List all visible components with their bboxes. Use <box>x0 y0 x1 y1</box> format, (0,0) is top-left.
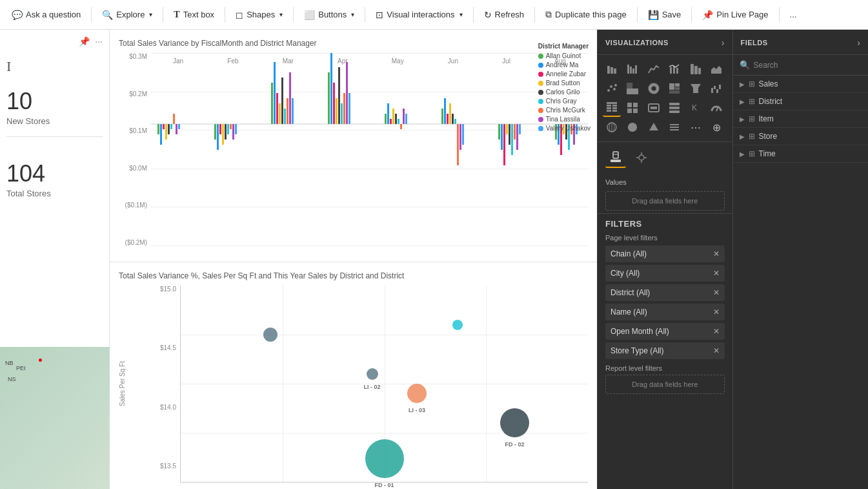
viz-icon-slicer[interactable] <box>665 118 683 136</box>
sales-chevron: ▶ <box>740 81 745 88</box>
toolbar-visual-interactions[interactable]: ⊡ Visual interactions <box>369 6 469 23</box>
viz-icon-treemap[interactable] <box>665 79 683 98</box>
right-panel: VISUALIZATIONS › <box>597 30 868 489</box>
filter-name-close[interactable]: ✕ <box>713 307 720 317</box>
bar-rect-0-4 <box>168 124 170 134</box>
filter-open-month[interactable]: Open Month (All) ✕ <box>605 323 725 340</box>
viz-icon-line[interactable] <box>645 60 663 78</box>
viz-panel-chevron[interactable]: › <box>722 37 725 48</box>
pin-small-icon[interactable]: 📌 <box>79 36 90 47</box>
toolbar-shapes[interactable]: ◻ Shapes <box>229 6 289 23</box>
filter-city[interactable]: City (All) ✕ <box>605 265 725 282</box>
svg-rect-33 <box>612 105 617 107</box>
legend-dot-3 <box>538 72 543 77</box>
bar-rect-3-1 <box>330 53 332 124</box>
ellipsis-icon[interactable]: ··· <box>95 36 103 47</box>
field-group-item-store[interactable]: ▶ ⊞ Store <box>733 128 869 145</box>
fields-panel-chevron[interactable]: › <box>857 37 860 48</box>
viz-icon-card[interactable] <box>645 99 663 117</box>
field-group-item-sales[interactable]: ▶ ⊞ Sales <box>733 76 869 92</box>
viz-icon-kpi[interactable]: K <box>687 99 705 117</box>
field-group-item-item[interactable]: ▶ ⊞ Item <box>733 110 869 127</box>
viz-icon-filled-map[interactable] <box>623 118 641 136</box>
filter-name[interactable]: Name (All) ✕ <box>605 304 725 320</box>
viz-icon-donut[interactable] <box>645 79 663 98</box>
toolbar-save[interactable]: 💾 Save <box>641 6 688 23</box>
bar-chart-inner: Jan Feb Mar Apr May Jun Jul Aug <box>151 53 588 262</box>
filter-city-close[interactable]: ✕ <box>713 269 720 278</box>
viz-icon-stacked-bar[interactable] <box>603 60 621 78</box>
text-icon: T <box>174 10 179 20</box>
bubble-chart-body: Sales Per Sq Ft $15.0 $14.5 $14.0 $13.5 <box>119 286 588 483</box>
fields-search-input[interactable] <box>754 61 862 70</box>
bubble-b6 <box>452 320 463 330</box>
viz-icon-shape-map[interactable] <box>645 118 663 136</box>
text-cursor: I <box>6 58 11 75</box>
viz-icon-ribbon[interactable] <box>687 60 705 78</box>
viz-icon-pie[interactable] <box>623 79 641 98</box>
viz-icon-matrix[interactable] <box>623 99 641 117</box>
filter-chain[interactable]: Chain (All) ✕ <box>605 245 725 262</box>
field-group-item-time[interactable]: ▶ ⊞ Time <box>733 145 869 162</box>
bar-rect-5-0 <box>441 109 443 124</box>
explore-icon: 🔍 <box>102 10 113 20</box>
viz-icon-funnel[interactable] <box>687 79 705 98</box>
filter-chain-close[interactable]: ✕ <box>713 249 720 258</box>
item-table-icon: ⊞ <box>749 114 755 123</box>
field-group-item-district[interactable]: ▶ ⊞ District <box>733 93 869 110</box>
svg-rect-3 <box>614 68 616 74</box>
filter-store-type-close[interactable]: ✕ <box>713 346 720 355</box>
toolbar-text-box[interactable]: T Text box <box>167 6 221 23</box>
bubble-label-LI-02: LI - 02 <box>364 384 381 390</box>
bar-rect-4-7 <box>403 109 405 124</box>
toolbar-more[interactable]: ... <box>783 6 803 23</box>
viz-drop-zone: Drag data fields here <box>605 191 725 211</box>
stats-panel: 📌 ··· I 10 New Stores 104 Total Stores N… <box>0 30 110 489</box>
svg-rect-37 <box>612 110 617 112</box>
bar-rect-2-4 <box>281 78 283 124</box>
bar-rect-0-3 <box>165 124 167 140</box>
bar-rect-4-6 <box>400 124 402 129</box>
svg-text:K: K <box>692 103 697 112</box>
toolbar-pin-live-page[interactable]: 📌 Pin Live Page <box>696 6 774 23</box>
bar-rect-1-4 <box>225 124 227 140</box>
stats-pin-area: 📌 ··· <box>6 36 103 47</box>
svg-point-17 <box>613 88 616 90</box>
filter-district-close[interactable]: ✕ <box>713 288 720 297</box>
viz-sub-section <box>598 141 732 173</box>
field-group-district: ▶ ⊞ District <box>733 93 869 110</box>
viz-format-icon[interactable] <box>605 147 626 168</box>
shapes-icon: ◻ <box>236 10 243 20</box>
legend-item-5: Carlos Grilo <box>538 88 590 96</box>
svg-rect-46 <box>669 110 680 113</box>
viz-icon-more-options[interactable]: ⊕ <box>707 118 725 136</box>
toolbar-buttons[interactable]: ⬜ Buttons <box>298 6 361 23</box>
viz-icon-area[interactable] <box>707 60 725 78</box>
viz-icon-gauge[interactable] <box>707 99 725 117</box>
filter-store-type[interactable]: Store Type (All) ✕ <box>605 342 725 359</box>
viz-icon-bar-line[interactable] <box>665 60 683 78</box>
svg-marker-26 <box>691 84 701 93</box>
bar-rect-4-3 <box>392 109 394 124</box>
viz-icon-scatter[interactable] <box>603 79 621 98</box>
toolbar-ask-question[interactable]: 💬 Ask a question <box>5 6 87 23</box>
filter-district[interactable]: District (All) ✕ <box>605 284 725 301</box>
map-dot-1 <box>39 359 42 362</box>
filter-open-month-close[interactable]: ✕ <box>713 327 720 336</box>
viz-icon-waterfall[interactable] <box>707 79 725 98</box>
toolbar-refresh[interactable]: ↻ Refresh <box>478 6 531 23</box>
viz-icon-more-visuals[interactable]: ⋯ <box>687 118 705 136</box>
fields-search: 🔍 <box>733 55 869 76</box>
viz-analytics-icon[interactable] <box>631 147 652 168</box>
toolbar-duplicate-page[interactable]: ⧉ Duplicate this page <box>539 6 633 23</box>
viz-icon-clustered-bar[interactable] <box>623 60 641 78</box>
toolbar-explore[interactable]: 🔍 Explore <box>96 6 159 23</box>
bar-rect-6-8 <box>519 124 521 134</box>
viz-icon-multi-row-card[interactable] <box>665 99 683 117</box>
map-label-nb: NB <box>5 360 14 366</box>
bar-rect-4-1 <box>387 103 389 124</box>
svg-rect-38 <box>627 103 632 107</box>
viz-icon-table[interactable] <box>603 99 621 117</box>
buttons-icon: ⬜ <box>304 10 315 20</box>
viz-icon-map[interactable] <box>603 118 621 136</box>
